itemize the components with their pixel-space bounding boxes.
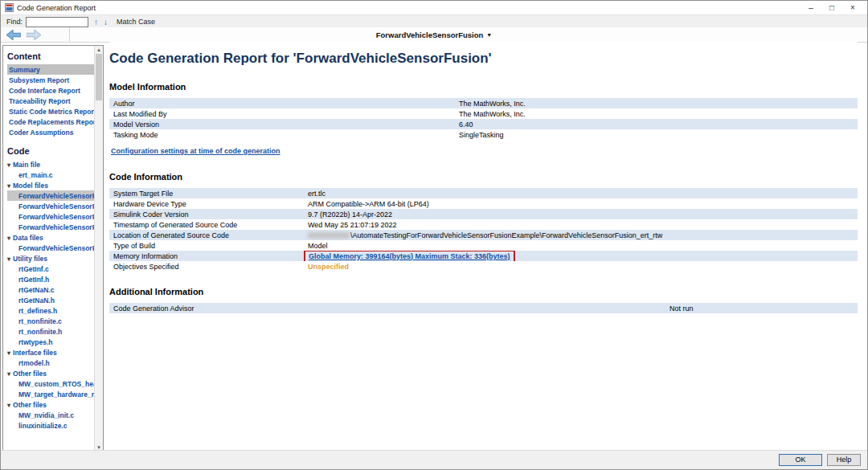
app-icon (5, 3, 14, 12)
redacted-path-blur (308, 232, 350, 239)
collapse-icon: ▾ (7, 370, 10, 378)
row-value: Unspecified (304, 261, 858, 272)
tree-item[interactable]: rt_nonfinite.c (7, 316, 95, 326)
table-row: Timestamp of Generated Source CodeWed Ma… (109, 219, 858, 230)
configuration-settings-link[interactable]: Configuration settings at time of code g… (111, 147, 280, 155)
row-label: Objectives Specified (109, 261, 304, 272)
row-label: Code Generation Advisor (109, 303, 665, 313)
sidebar-item-summary[interactable]: Summary (7, 64, 95, 75)
tree-item[interactable]: rtGetNaN.h (7, 295, 95, 305)
tree-item[interactable]: ForwardVehicleSensorF (7, 190, 95, 201)
row-label: System Target File (109, 188, 304, 198)
tree-group-label: Data files (13, 234, 43, 242)
tree-item[interactable]: rt_nonfinite.h (7, 326, 95, 337)
collapse-icon: ▾ (7, 349, 10, 357)
tree-group-other-files-1[interactable]: ▾Other files (7, 368, 95, 378)
table-row: Hardware Device TypeARM Compatible->ARM … (109, 198, 858, 209)
table-row: Tasking ModeSingleTasking (109, 129, 858, 140)
tree-group-other-files-2[interactable]: ▾Other files (7, 399, 95, 410)
code-generation-report-window: Code Generation Report – □ × Find: ↑ ↓ M… (0, 0, 868, 470)
close-icon[interactable]: × (842, 2, 863, 14)
tree-item[interactable]: ForwardVehicleSensorF (7, 243, 95, 253)
collapse-icon: ▾ (7, 235, 10, 242)
sidebar-item-traceability-report[interactable]: Traceability Report (7, 96, 95, 106)
tree-item[interactable]: linuxinitialize.c (7, 420, 95, 431)
row-value: 9.7 (R2022b) 14-Apr-2022 (304, 209, 858, 219)
row-value: SingleTasking (455, 129, 858, 140)
footer-bar: OK Help (1, 450, 867, 469)
code-information-heading: Code Information (109, 172, 858, 182)
tree-item[interactable]: MW_custom_RTOS_hea (7, 378, 95, 389)
tree-item[interactable]: rtmodel.h (7, 358, 95, 368)
tree-item[interactable]: rtGetInf.c (7, 264, 95, 274)
tree-item[interactable]: ForwardVehicleSensorF (7, 211, 95, 222)
row-label: Timestamp of Generated Source Code (109, 219, 304, 230)
row-label: Type of Build (109, 240, 304, 251)
row-value: The MathWorks, Inc. (455, 98, 858, 108)
ok-button[interactable]: OK (779, 454, 822, 466)
tree-item[interactable]: rt_defines.h (7, 305, 95, 316)
tree-item[interactable]: MW_nvidia_init.c (7, 410, 95, 420)
tree-item[interactable]: ert_main.c (7, 170, 95, 180)
tree-group-label: Interface files (13, 349, 57, 357)
row-label: Hardware Device Type (109, 198, 304, 209)
navigation-bar: ForwardVehicleSensorFusion ▼ (1, 27, 867, 43)
generated-code-path: \AutomateTestingForForwardVehicleSensorF… (350, 231, 662, 239)
sidebar-content: Content Summary Subsystem Report Code In… (3, 46, 95, 452)
tree-item[interactable]: rtGetInf.h (7, 274, 95, 284)
tree-group-data-files[interactable]: ▾Data files (7, 232, 95, 243)
tree-group-interface-files[interactable]: ▾Interface files (7, 347, 95, 358)
model-information-table: AuthorThe MathWorks, Inc. Last Modified … (109, 98, 858, 140)
tree-item[interactable]: rtGetNaN.c (7, 284, 95, 295)
collapse-icon: ▾ (7, 255, 10, 263)
match-case-toggle[interactable]: Match Case (117, 18, 155, 26)
row-label: Model Version (109, 119, 455, 129)
sidebar-item-static-code-metrics-report[interactable]: Static Code Metrics Report (7, 106, 95, 116)
sidebar-item-coder-assumptions[interactable]: Coder Assumptions (7, 127, 95, 137)
row-value: \AutomateTestingForForwardVehicleSensorF… (304, 230, 858, 240)
table-row: System Target Fileert.tlc (109, 188, 858, 198)
model-selector-dropdown[interactable]: ForwardVehicleSensorFusion ▼ (1, 27, 867, 42)
minimize-icon[interactable]: – (800, 2, 821, 14)
tree-group-utility-files[interactable]: ▾Utility files (7, 253, 95, 264)
table-row: Memory Information Global Memory: 399164… (109, 251, 858, 261)
sidebar-item-code-interface-report[interactable]: Code Interface Report (7, 85, 95, 96)
additional-information-heading: Additional Information (109, 287, 858, 296)
find-previous-icon[interactable]: ↑ (94, 18, 98, 27)
collapse-icon: ▾ (7, 402, 10, 409)
tree-item[interactable]: rtwtypes.h (7, 337, 95, 347)
model-selector-label: ForwardVehicleSensorFusion (376, 31, 484, 39)
page-title: Code Generation Report for 'ForwardVehic… (109, 51, 858, 67)
find-next-icon[interactable]: ↓ (104, 18, 108, 27)
sidebar-item-subsystem-report[interactable]: Subsystem Report (7, 75, 95, 85)
model-information-heading: Model Information (109, 82, 858, 92)
tree-group-main-file[interactable]: ▾Main file (7, 159, 95, 170)
sidebar-item-code-replacements-report[interactable]: Code Replacements Report (7, 116, 95, 127)
maximize-icon[interactable]: □ (821, 2, 842, 14)
collapse-icon: ▾ (7, 161, 10, 169)
additional-information-table: Code Generation AdvisorNot run (109, 303, 858, 313)
scroll-up-icon[interactable]: ▴ (95, 46, 103, 54)
sidebar-scrollbar[interactable]: ▴ ▾ (94, 46, 103, 452)
tree-group-model-files[interactable]: ▾Model files (7, 180, 95, 190)
memory-information-link[interactable]: Global Memory: 399164(bytes) Maximum Sta… (309, 252, 510, 260)
row-label: Location of Generated Source Code (109, 230, 304, 240)
sidebar: Content Summary Subsystem Report Code In… (2, 45, 104, 452)
row-label: Memory Information (109, 251, 304, 261)
code-heading: Code (7, 146, 95, 156)
tree-group-label: Model files (13, 182, 48, 190)
code-information-table: System Target Fileert.tlc Hardware Devic… (109, 188, 858, 272)
dropdown-arrow-icon: ▼ (486, 32, 492, 38)
row-value: Global Memory: 399164(bytes) Maximum Sta… (304, 251, 858, 261)
help-button[interactable]: Help (827, 454, 861, 466)
scrollbar-thumb[interactable] (96, 54, 102, 100)
row-value: ert.tlc (304, 188, 858, 198)
table-row: Last Modified ByThe MathWorks, Inc. (109, 108, 858, 119)
row-value: ARM Compatible->ARM 64-bit (LP64) (304, 198, 858, 209)
tree-item[interactable]: ForwardVehicleSensorF (7, 201, 95, 211)
tree-item[interactable]: MW_target_hardware_r (7, 389, 95, 399)
row-value: Wed May 25 21:07:19 2022 (304, 219, 858, 230)
tree-item[interactable]: ForwardVehicleSensorF (7, 222, 95, 232)
find-input[interactable] (26, 17, 88, 27)
row-value: The MathWorks, Inc. (455, 108, 858, 119)
